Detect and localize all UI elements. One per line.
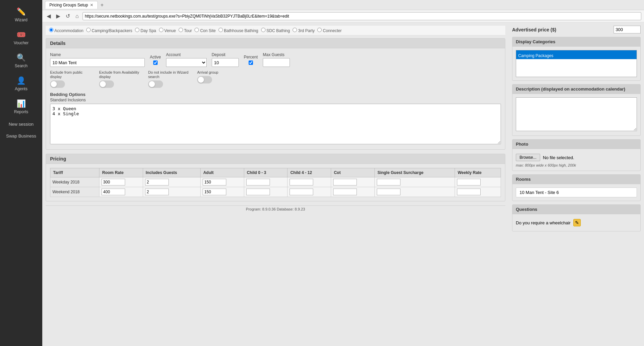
adult-weekend-input[interactable] <box>203 189 226 195</box>
cot-weekend-input[interactable] <box>333 189 357 195</box>
single-weekday-input[interactable] <box>377 179 400 186</box>
questions-body: Do you require a wheelchair ✎ <box>512 214 640 231</box>
adult-weekday-input[interactable] <box>203 179 226 186</box>
browse-button[interactable]: Browse... <box>516 154 540 161</box>
room-item: 10 Man Tent - Site 6 <box>516 188 637 197</box>
no-wizard-group: Do not include in Wizard search <box>148 70 189 88</box>
sidebar-item-reports-label: Reports <box>14 109 28 114</box>
cell-room-rate-weekday <box>99 177 143 187</box>
bedding-options-label: Bedding Options <box>50 92 501 97</box>
col-cot: Cot <box>331 168 375 177</box>
radio-tour[interactable]: Tour <box>179 28 192 33</box>
description-body <box>512 94 640 135</box>
radio-consite[interactable]: Con Site <box>194 28 215 33</box>
active-group: Active <box>150 55 161 65</box>
browser-window: Pricing Groups Setup ✕ + ◀ ▶ ↺ ⌂ Accommo… <box>42 0 644 346</box>
child03-weekday-input[interactable] <box>246 179 270 186</box>
edit-icon: ✎ <box>575 220 579 225</box>
exclude-avail-toggle[interactable] <box>99 80 114 88</box>
categories-listbox[interactable]: Camping Packages <box>516 50 637 77</box>
advertised-price-row: Advertised price ($) <box>512 26 641 33</box>
sidebar-item-search[interactable]: 🔍 Search <box>0 49 42 72</box>
col-child-4-12: Child 4 - 12 <box>288 168 331 177</box>
radio-3rdparty[interactable]: 3rd Party <box>293 28 315 33</box>
advertised-price-input[interactable] <box>614 26 641 33</box>
weekly-weekday-input[interactable] <box>457 179 481 186</box>
name-input[interactable] <box>50 58 145 67</box>
rooms-section: Rooms 10 Man Tent - Site 6 <box>512 174 641 201</box>
details-section: Details Name Active Account <box>46 38 505 150</box>
child412-weekday-input[interactable] <box>290 179 313 186</box>
new-tab-button[interactable]: + <box>100 2 104 8</box>
rooms-body: 10 Man Tent - Site 6 <box>512 184 640 201</box>
cot-weekday-input[interactable] <box>333 179 357 186</box>
no-wizard-toggle[interactable] <box>148 80 163 88</box>
includes-guests-weekend-input[interactable] <box>145 189 169 195</box>
arrival-toggle[interactable] <box>197 76 212 83</box>
question-edit-icon[interactable]: ✎ <box>573 219 581 226</box>
sidebar-item-wizard-label: Wizard <box>15 18 27 22</box>
room-rate-weekend-input[interactable] <box>101 189 125 195</box>
radio-dayspa[interactable]: Day Spa <box>135 28 156 33</box>
active-checkbox[interactable] <box>150 60 161 65</box>
account-select[interactable] <box>166 58 207 67</box>
tab-title: Pricing Groups Setup <box>49 3 88 7</box>
exclude-public-toggle[interactable] <box>50 80 65 88</box>
description-section: Description (displayed on accommodation … <box>512 84 641 136</box>
sidebar-item-search-label: Search <box>15 64 27 68</box>
deposit-label: Deposit <box>212 52 239 57</box>
tariff-weekday: Weekday 2018 <box>50 177 99 187</box>
footer-text: Program: 8.9.0.36 Database: 8.9.23 <box>246 207 305 211</box>
table-row: Weekday 2018 <box>50 177 501 187</box>
home-button[interactable]: ⌂ <box>74 13 80 20</box>
categories-item-camping[interactable]: Camping Packages <box>516 52 637 59</box>
max-guests-label: Max Guests <box>263 52 290 57</box>
search-icon: 🔍 <box>17 53 26 62</box>
cell-single-weekday <box>374 177 455 187</box>
radio-bathhouse[interactable]: Bathhouse Bathing <box>218 28 258 33</box>
cell-child412-weekend <box>288 187 331 197</box>
description-textarea[interactable] <box>516 97 637 131</box>
radio-connecter[interactable]: Connecter <box>317 28 342 33</box>
col-room-rate: Room Rate <box>99 168 143 177</box>
sidebar-item-reports[interactable]: 📊 Reports <box>0 95 42 118</box>
includes-guests-weekday-input[interactable] <box>145 179 169 186</box>
cell-includes-guests-weekend <box>143 187 200 197</box>
inclusions-textarea[interactable]: 3 x Queen 4 x Single <box>50 104 501 144</box>
deposit-input[interactable] <box>212 58 239 67</box>
back-button[interactable]: ◀ <box>45 12 52 20</box>
no-wizard-label: Do not include in Wizard search <box>148 70 189 79</box>
child03-weekend-input[interactable] <box>246 189 270 195</box>
sidebar-item-wizard[interactable]: ✏️ Wizard <box>0 3 42 26</box>
sidebar-item-agents[interactable]: 👤 Agents <box>0 72 42 95</box>
address-bar[interactable] <box>83 12 641 20</box>
footer: Program: 8.9.0.36 Database: 8.9.23 <box>46 205 505 213</box>
radio-venue[interactable]: Venue <box>159 28 176 33</box>
max-guests-input[interactable] <box>263 58 290 67</box>
single-weekend-input[interactable] <box>377 189 400 195</box>
sidebar-item-voucher[interactable]: 🎟️ Voucher <box>0 26 42 49</box>
questions-section: Questions Do you require a wheelchair ✎ <box>512 204 641 231</box>
room-rate-weekday-input[interactable] <box>101 179 125 186</box>
browser-tab[interactable]: Pricing Groups Setup ✕ <box>45 1 98 9</box>
radio-camping[interactable]: Camping/Backpackers <box>86 28 132 33</box>
forward-button[interactable]: ▶ <box>54 12 62 20</box>
refresh-button[interactable]: ↺ <box>64 12 72 20</box>
col-adult: Adult <box>200 168 244 177</box>
tab-close-button[interactable]: ✕ <box>90 3 93 7</box>
radio-accommodation[interactable]: Accommodation <box>49 28 84 33</box>
percent-group: Percent <box>244 55 258 65</box>
weekly-weekend-input[interactable] <box>457 189 481 195</box>
sidebar-item-swap-business[interactable]: Swap Business <box>0 130 42 142</box>
cell-single-weekend <box>374 187 455 197</box>
sidebar-item-new-session[interactable]: New session <box>0 118 42 130</box>
sidebar-item-agents-label: Agents <box>15 86 27 91</box>
radio-sdc[interactable]: SDC Bathing <box>261 28 290 33</box>
child412-weekend-input[interactable] <box>290 189 313 195</box>
percent-label: Percent <box>244 55 258 59</box>
exclude-avail-label: Exclude from Availability display <box>99 70 140 79</box>
col-tariff: Tariff <box>50 168 99 177</box>
percent-checkbox[interactable] <box>244 60 258 65</box>
display-categories-section: Display Categories Camping Packages <box>512 37 641 81</box>
photo-row: Browse... No file selected. <box>516 154 637 161</box>
